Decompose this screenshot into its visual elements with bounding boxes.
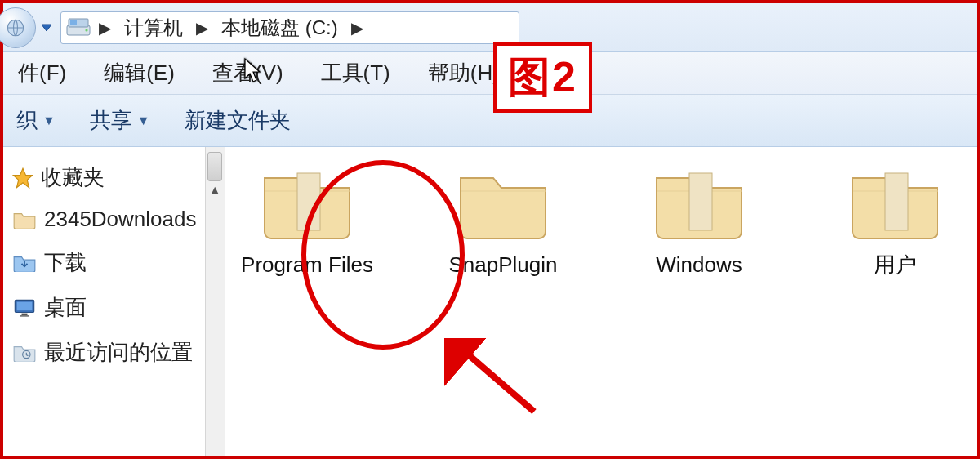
nav-back-button[interactable]	[0, 7, 36, 48]
toolbar-organize[interactable]: 织 ▼	[3, 100, 69, 141]
breadcrumb-sep-icon: ▶	[193, 18, 212, 38]
toolbar-new-folder-label: 新建文件夹	[185, 106, 291, 135]
folder-users[interactable]: 用户	[822, 162, 969, 279]
sidebar-item-label: 最近访问的位置	[44, 338, 193, 367]
sidebar-item-2345downloads[interactable]: 2345Downloads	[8, 198, 225, 240]
sidebar-item-downloads[interactable]: 下载	[8, 240, 225, 285]
sidebar-item-label: 下载	[44, 248, 87, 277]
menu-bar: 件(F) 编辑(E) 查看(V) 工具(T) 帮助(H)	[3, 52, 977, 95]
star-icon	[11, 167, 34, 189]
toolbar-share-label: 共享	[90, 106, 132, 135]
folder-label: Program Files	[234, 252, 381, 279]
folder-label: SnapPlugin	[430, 252, 577, 279]
toolbar-new-folder[interactable]: 新建文件夹	[172, 100, 304, 141]
sidebar: ▲ 收藏夹 2345Downloads	[3, 147, 225, 456]
scrollbar-thumb[interactable]	[207, 152, 222, 181]
toolbar-organize-label: 织	[16, 106, 38, 135]
menu-edit[interactable]: 编辑(E)	[89, 54, 189, 92]
svg-rect-10	[20, 315, 29, 317]
chevron-down-icon: ▼	[42, 114, 56, 128]
svg-rect-4	[70, 20, 77, 25]
breadcrumb-seg-drive[interactable]: 本地磁盘 (C:)	[216, 13, 343, 42]
svg-rect-12	[297, 173, 320, 230]
desktop-icon	[13, 297, 36, 319]
folder-icon	[13, 209, 36, 230]
sidebar-item-desktop[interactable]: 桌面	[8, 285, 225, 330]
content-pane[interactable]: Program Files SnapPlugin Windows 用户	[225, 147, 977, 456]
menu-view[interactable]: 查看(V)	[198, 54, 298, 92]
breadcrumb-sep-icon: ▶	[348, 18, 367, 38]
folder-icon	[846, 162, 944, 243]
annotation-figure-label: 图2	[493, 42, 592, 113]
address-bar-row: ▶ 计算机 ▶ 本地磁盘 (C:) ▶	[3, 3, 977, 52]
sidebar-item-label: 2345Downloads	[44, 207, 196, 232]
svg-rect-8	[17, 301, 33, 310]
breadcrumb-bar[interactable]: ▶ 计算机 ▶ 本地磁盘 (C:) ▶	[60, 11, 519, 44]
folder-icon	[650, 162, 748, 243]
breadcrumb-seg-computer[interactable]: 计算机	[119, 13, 188, 42]
folder-label: Windows	[626, 252, 773, 279]
sidebar-heading-label: 收藏夹	[41, 163, 105, 192]
folder-label: 用户	[822, 252, 969, 279]
svg-point-5	[85, 29, 87, 31]
svg-rect-9	[22, 313, 28, 314]
toolbar-share[interactable]: 共享 ▼	[77, 100, 163, 141]
toolbar: 织 ▼ 共享 ▼ 新建文件夹	[3, 95, 977, 147]
svg-marker-6	[13, 168, 32, 187]
chevron-down-icon: ▼	[137, 114, 150, 128]
nav-history-dropdown[interactable]	[39, 22, 54, 33]
sidebar-scrollbar[interactable]: ▲	[205, 147, 225, 456]
folder-program-files[interactable]: Program Files	[234, 162, 381, 279]
menu-tools[interactable]: 工具(T)	[306, 54, 405, 92]
globe-icon	[5, 17, 26, 38]
recent-icon	[13, 342, 36, 363]
svg-rect-13	[689, 173, 712, 230]
sidebar-heading-favorites[interactable]: 收藏夹	[8, 157, 225, 198]
folder-icon	[258, 162, 356, 243]
folder-snapplugin[interactable]: SnapPlugin	[430, 162, 577, 279]
sidebar-item-recent[interactable]: 最近访问的位置	[8, 330, 225, 375]
folder-icon	[454, 162, 552, 243]
svg-marker-1	[42, 25, 51, 31]
chevron-down-icon	[41, 24, 52, 32]
scrollbar-up-icon: ▲	[209, 183, 220, 196]
svg-rect-14	[885, 173, 908, 230]
folder-windows[interactable]: Windows	[626, 162, 773, 279]
downloads-icon	[13, 252, 36, 274]
sidebar-item-label: 桌面	[44, 293, 87, 322]
menu-file[interactable]: 件(F)	[3, 54, 81, 92]
drive-icon	[66, 17, 91, 38]
breadcrumb-sep-icon: ▶	[96, 18, 114, 38]
